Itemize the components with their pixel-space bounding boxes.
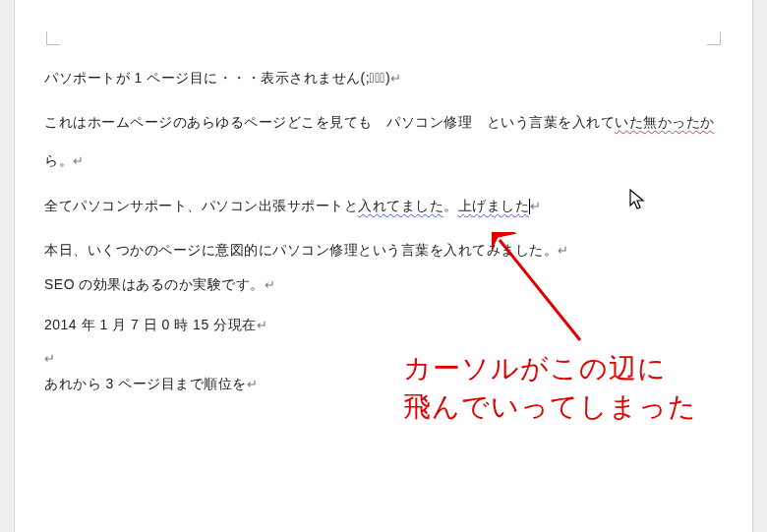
- text-run[interactable]: これはホームページのあらゆるページどこを見ても パソコン修理 という言葉を入れて: [44, 114, 615, 130]
- proofing-error[interactable]: いた: [615, 114, 643, 130]
- annotation-line-2: 飛んでいってしまった: [403, 387, 697, 426]
- text-run[interactable]: ロ: [375, 70, 385, 86]
- text-run[interactable]: 全てパソコンサポート、パソコン出張サポートと: [44, 198, 358, 213]
- paragraph-mark: ↵: [265, 277, 276, 292]
- text-run[interactable]: あれから 3 ページ目まで順位を: [44, 376, 247, 391]
- mouse-cursor-icon: [629, 189, 647, 212]
- proofing-error[interactable]: 無かったか: [643, 114, 715, 130]
- arrow-icon: [492, 232, 600, 350]
- paragraph-1[interactable]: パソポートが 1 ページ目に・・・表示されません(;ﾟロﾟ)↵: [44, 59, 723, 97]
- paragraph-mark: ↵: [44, 351, 56, 366]
- text-run[interactable]: パソポートが 1 ページ目に・・・表示されません(;: [44, 70, 375, 86]
- paragraph-mark: ↵: [257, 318, 268, 332]
- paragraph-mark: ↵: [390, 71, 402, 86]
- grammar-error[interactable]: 入れてました: [358, 198, 443, 213]
- paragraph-2[interactable]: これはホームページのあらゆるページどこを見ても パソコン修理 という言葉を入れて…: [44, 103, 723, 180]
- annotation-line-1: カーソルがこの辺に: [403, 349, 697, 387]
- paragraph-3[interactable]: 全てパソコンサポート、パソコン出張サポートと入れてました。上げました↵: [44, 187, 723, 225]
- svg-line-0: [500, 240, 580, 340]
- paragraph-5[interactable]: SEO の効果はあるのか実験です。↵: [44, 269, 723, 300]
- paragraph-mark: ↵: [247, 377, 259, 391]
- text-run[interactable]: ら。: [44, 152, 73, 168]
- text-run[interactable]: 本日、いくつかのページに意図的にパソコン修理という言葉を入れてみました。: [44, 242, 558, 258]
- paragraph-6[interactable]: 2014 年 1 月 7 日 0 時 15 分現在↵: [44, 306, 723, 344]
- margin-corner-top-left: [46, 31, 60, 45]
- paragraph-mark: ↵: [530, 199, 542, 213]
- annotation-text: カーソルがこの辺に 飛んでいってしまった: [403, 349, 697, 426]
- paragraph-mark: ↵: [73, 153, 85, 168]
- text-run[interactable]: 2014 年 1 月 7 日 0 時 15 分現在: [44, 317, 257, 332]
- paragraph-4[interactable]: 本日、いくつかのページに意図的にパソコン修理という言葉を入れてみました。↵: [44, 231, 723, 269]
- document-page[interactable]: パソポートが 1 ページ目に・・・表示されません(;ﾟロﾟ)↵ これはホームペー…: [14, 0, 753, 532]
- text-run[interactable]: SEO の効果はあるのか実験です。: [44, 276, 265, 292]
- margin-corner-top-right: [707, 31, 721, 45]
- text-run[interactable]: 。: [443, 198, 458, 213]
- grammar-error[interactable]: 上げました: [458, 198, 530, 213]
